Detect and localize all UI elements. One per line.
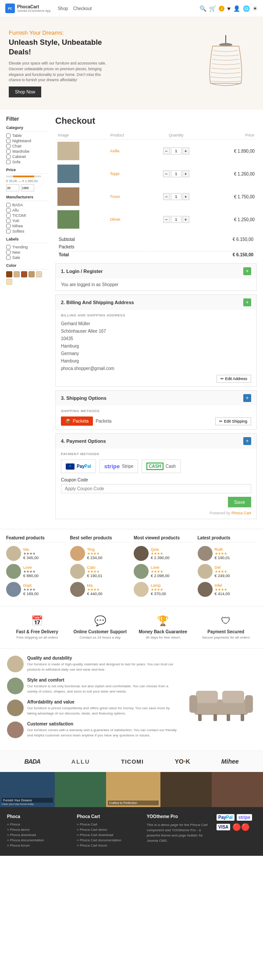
- qty-plus-4[interactable]: +: [182, 216, 189, 223]
- swatch-6[interactable]: [6, 279, 12, 285]
- step1-header[interactable]: 1. Login / Register +: [56, 264, 256, 279]
- edit-shipping-button[interactable]: ✏ Edit Shipping: [215, 417, 251, 425]
- qty-input-4[interactable]: [171, 216, 181, 223]
- cat-table-checkbox[interactable]: [6, 133, 11, 138]
- cart-icon[interactable]: 🛒: [209, 5, 216, 12]
- coupon-input[interactable]: [61, 484, 251, 493]
- mfr-ticomi-checkbox[interactable]: [6, 213, 11, 218]
- cat-table-label: Table: [12, 133, 22, 138]
- qty-plus-2[interactable]: +: [182, 170, 189, 177]
- swatch-2[interactable]: [14, 271, 20, 277]
- step1-title: 1. Login / Register: [61, 269, 103, 274]
- product-mini-item: Del★★★★€ 249,00: [198, 564, 257, 579]
- edit-address-button[interactable]: ✏ Edit Address: [217, 375, 251, 383]
- powered-by: Powered by Phoca Cart: [61, 511, 251, 515]
- swatch-4[interactable]: [28, 271, 35, 277]
- footer-link-cart-doc[interactable]: » Phoca Cart documentation: [77, 838, 141, 842]
- qty-plus-1[interactable]: +: [182, 147, 189, 154]
- label-trending-checkbox[interactable]: [6, 245, 11, 249]
- hero-cta-button[interactable]: Shop Now: [9, 86, 41, 97]
- mfr-sofites-checkbox[interactable]: [6, 229, 11, 233]
- step2-header[interactable]: 2. Billing And Shipping Address +: [56, 295, 256, 310]
- gallery-item-5: [212, 772, 263, 807]
- price-min-input[interactable]: [6, 184, 19, 191]
- svg-rect-4: [222, 691, 244, 703]
- swatch-3[interactable]: [21, 271, 27, 277]
- payment-cash[interactable]: CASH Cash: [142, 459, 181, 473]
- footer-link-cart[interactable]: » Phoca Cart: [77, 822, 141, 826]
- step3-toggle: +: [243, 394, 251, 402]
- qty-minus-2[interactable]: −: [163, 170, 170, 177]
- cat-nightstand-checkbox[interactable]: [6, 139, 11, 143]
- save-button[interactable]: Save: [228, 497, 251, 507]
- footer-col-phocacart: Phoca Cart » Phoca Cart » Phoca Cart dem…: [77, 814, 141, 849]
- wishlist-icon[interactable]: ♥: [227, 5, 231, 12]
- step4-section: 4. Payment Options + PAYMENT METHODS P P…: [55, 433, 257, 519]
- user-icon[interactable]: 👤: [233, 5, 240, 12]
- packeta-button[interactable]: 📦 Packeta: [61, 416, 93, 426]
- footer-link-phoca-forum[interactable]: » Phoca forum: [7, 844, 71, 847]
- product-image-2: [55, 162, 108, 185]
- qty-plus-3[interactable]: +: [182, 193, 189, 200]
- sofa-illustration: [187, 675, 255, 724]
- sun-icon[interactable]: ☀: [252, 5, 258, 12]
- col-product: Product: [108, 131, 146, 140]
- product-qty-2: − +: [146, 162, 207, 185]
- price-max-input[interactable]: [21, 184, 34, 191]
- qty-input-3[interactable]: [171, 193, 181, 200]
- nav-checkout[interactable]: Checkout: [73, 6, 92, 11]
- payment-paypal[interactable]: P PayPal: [61, 459, 96, 473]
- gallery-item-2: [55, 772, 106, 807]
- footer-link-cart-download[interactable]: » Phoca Cart download: [77, 833, 141, 837]
- cat-cabinet-checkbox[interactable]: [6, 154, 11, 159]
- step2-title: 2. Billing And Shipping Address: [61, 300, 134, 305]
- why-item-quality: Quality and durability Our furniture is …: [7, 656, 179, 672]
- step4-header[interactable]: 4. Payment Options +: [56, 434, 256, 449]
- product-price-4: € 1.250,00: [207, 208, 257, 231]
- cat-wardrobe-checkbox[interactable]: [6, 149, 11, 154]
- label-new-checkbox[interactable]: [6, 250, 11, 255]
- swatch-1[interactable]: [6, 271, 12, 277]
- footer-link-phoca-download[interactable]: » Phoca download: [7, 833, 71, 837]
- table-row: Avilla − + € 1.890,00: [55, 140, 257, 163]
- flag-icon[interactable]: 🌐: [243, 5, 250, 12]
- product-image-3: [55, 185, 108, 208]
- step3-body: SHIPPING METHODS 📦 Packeta Packeta ✏ Edi…: [56, 406, 256, 429]
- step3-header[interactable]: 3. Shipping Options +: [56, 391, 256, 406]
- cat-chair-checkbox[interactable]: [6, 144, 11, 148]
- payment-stripe[interactable]: stripe Stripe: [100, 459, 139, 473]
- swatch-5[interactable]: [36, 271, 42, 277]
- cash-label: Cash: [166, 464, 176, 469]
- nav-shop[interactable]: Shop: [58, 6, 68, 11]
- qty-minus-3[interactable]: −: [163, 193, 170, 200]
- mfr-yuk-checkbox[interactable]: [6, 219, 11, 223]
- mfr-bada-checkbox[interactable]: [6, 203, 11, 207]
- footer-link-phoca[interactable]: » Phoca: [7, 822, 71, 826]
- product-table: Image Product Quantity Price Avilla − +: [55, 131, 257, 231]
- phocacart-link[interactable]: Phoca Cart: [231, 511, 251, 515]
- mfr-mihee-checkbox[interactable]: [6, 224, 11, 228]
- label-sale-checkbox[interactable]: [6, 255, 11, 260]
- qty-input-2[interactable]: [171, 170, 181, 177]
- footer-link-phoca-demo[interactable]: » Phoca demo: [7, 828, 71, 832]
- product-mini-item: Dopt★★★★€ 189,00: [6, 582, 66, 597]
- checkout-title: Checkout: [55, 116, 257, 126]
- cat-sofa-checkbox[interactable]: [6, 160, 11, 164]
- cat-wardrobe-label: Wardrobe: [12, 149, 29, 154]
- step4-body: PAYMENT METHODS P PayPal stripe Stripe C…: [56, 449, 256, 519]
- mfr-allu-checkbox[interactable]: [6, 208, 11, 212]
- qty-minus-4[interactable]: −: [163, 216, 170, 223]
- packeta-service-label: Packeta: [96, 419, 111, 424]
- qty-minus-1[interactable]: −: [163, 147, 170, 154]
- stripe-logo-icon: stripe: [104, 463, 120, 470]
- latest-col: Latest products Ruth★★★★€ 190,01 Del★★★★…: [198, 535, 257, 600]
- search-icon[interactable]: 🔍: [199, 5, 206, 12]
- qty-input-1[interactable]: [171, 147, 181, 154]
- secure-desc: Secure payments for all orders: [196, 635, 256, 639]
- footer-link-cart-forum[interactable]: » Phoca Cart forum: [77, 844, 141, 847]
- logo[interactable]: PC PhocaCart Joomla eCommerce App: [5, 4, 51, 13]
- footer-link-phoca-doc[interactable]: » Phoca documentation: [7, 838, 71, 842]
- login-message: You are logged in as Shopper: [61, 282, 251, 287]
- footer-link-cart-demo[interactable]: » Phoca Cart demo: [77, 828, 141, 832]
- price-range-bar: [6, 176, 41, 177]
